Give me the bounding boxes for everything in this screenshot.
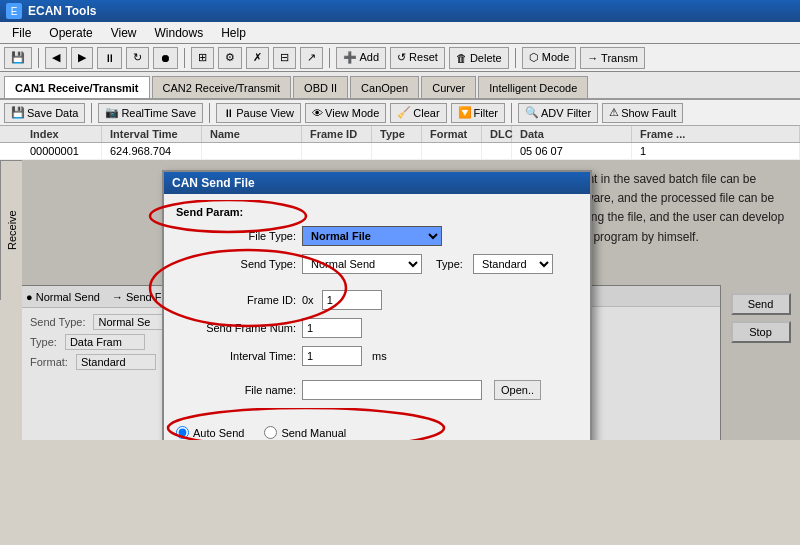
toolbar-cross[interactable]: ✗ <box>246 47 269 69</box>
col-interval: Interval Time <box>102 126 202 142</box>
view-mode-btn[interactable]: 👁 View Mode <box>305 103 386 123</box>
tab-canopen[interactable]: CanOpen <box>350 76 419 98</box>
tab-can1[interactable]: CAN1 Receive/Transmit <box>4 76 150 98</box>
send-manual-radio[interactable] <box>264 426 277 439</box>
send-manual-label: Send Manual <box>281 427 346 439</box>
toolbar-nav1[interactable]: ◀ <box>45 47 67 69</box>
file-name-row: File name: Open.. <box>176 380 578 400</box>
interval-time-input[interactable]: 1 <box>302 346 362 366</box>
toolbar-record[interactable]: ⏺ <box>153 47 178 69</box>
sep5 <box>91 103 92 123</box>
type-select[interactable]: Standard <box>473 254 553 274</box>
table-header: Index Interval Time Name Frame ID Type F… <box>0 126 800 143</box>
title-bar: E ECAN Tools <box>0 0 800 22</box>
cell-format <box>422 143 482 159</box>
interval-time-row: Interval Time: 1 ms <box>176 346 578 366</box>
adv-filter-btn[interactable]: 🔍 ADV Filter <box>518 103 598 123</box>
sep7 <box>511 103 512 123</box>
file-type-label: File Type: <box>176 230 296 242</box>
col-index: Index <box>22 126 102 142</box>
send-type-row: Send Type: Normal Send Type: Standard <box>176 254 578 274</box>
cell-frameid <box>302 143 372 159</box>
send-type-select[interactable]: Normal Send <box>302 254 422 274</box>
frame-id-label: Frame ID: <box>176 294 296 306</box>
toolbar-grid[interactable]: ⊞ <box>191 47 214 69</box>
table-row: 00000001 624.968.704 05 06 07 1 <box>0 143 800 160</box>
menu-windows[interactable]: Windows <box>147 24 212 42</box>
open-btn[interactable]: Open.. <box>494 380 541 400</box>
toolbar-export[interactable]: ↗ <box>300 47 323 69</box>
modal-title: CAN Send File <box>164 172 590 194</box>
tab-obd2[interactable]: OBD II <box>293 76 348 98</box>
filter-btn[interactable]: 🔽 Filter <box>451 103 505 123</box>
interval-unit: ms <box>372 350 387 362</box>
cell-data: 05 06 07 <box>512 143 632 159</box>
cell-index: 00000001 <box>22 143 102 159</box>
col-frame: Frame ... <box>632 126 800 142</box>
menu-bar: File Operate View Windows Help <box>0 22 800 44</box>
col-dlc: DLC <box>482 126 512 142</box>
save-icon-btn[interactable]: 💾 <box>4 47 32 69</box>
cell-interval: 624.968.704 <box>102 143 202 159</box>
tab-can2[interactable]: CAN2 Receive/Transmit <box>152 76 292 98</box>
frame-id-input[interactable]: 1 <box>322 290 382 310</box>
app-title: ECAN Tools <box>28 4 96 18</box>
interval-time-label: Interval Time: <box>176 350 296 362</box>
realtime-save-btn[interactable]: 📷 RealTime Save <box>98 103 203 123</box>
pause-view-btn[interactable]: ⏸ Pause View <box>216 103 301 123</box>
toolbar-pause[interactable]: ⏸ <box>97 47 122 69</box>
send-type-label: Send Type: <box>176 258 296 270</box>
menu-file[interactable]: File <box>4 24 39 42</box>
auto-send-radio[interactable] <box>176 426 189 439</box>
clear-btn[interactable]: 🧹 Clear <box>390 103 446 123</box>
menu-help[interactable]: Help <box>213 24 254 42</box>
sep1 <box>38 48 39 68</box>
file-type-select[interactable]: Normal File <box>302 226 442 246</box>
frame-id-row: Frame ID: 0x 1 <box>176 290 578 310</box>
show-fault-btn[interactable]: ⚠ Show Fault <box>602 103 683 123</box>
main-toolbar: 💾 ◀ ▶ ⏸ ↻ ⏺ ⊞ ⚙ ✗ ⊟ ↗ ➕ Add ↺ Reset 🗑 De… <box>0 44 800 72</box>
file-name-input[interactable] <box>302 380 482 400</box>
tab-intelligent[interactable]: Intelligent Decode <box>478 76 588 98</box>
tab-curver[interactable]: Curver <box>421 76 476 98</box>
toolbar-reset[interactable]: ↺ Reset <box>390 47 445 69</box>
toolbar-refresh[interactable]: ↻ <box>126 47 149 69</box>
toolbar-mode[interactable]: ⬡ Mode <box>522 47 577 69</box>
save-data-btn[interactable]: 💾 Save Data <box>4 103 85 123</box>
send-param-label: Send Param: <box>176 206 578 218</box>
sep2 <box>184 48 185 68</box>
toolbar-add[interactable]: ➕ Add <box>336 47 386 69</box>
radio-row: Auto Send Send Manual <box>176 426 578 439</box>
sep6 <box>209 103 210 123</box>
sep4 <box>515 48 516 68</box>
menu-operate[interactable]: Operate <box>41 24 100 42</box>
sep3 <box>329 48 330 68</box>
menu-view[interactable]: View <box>103 24 145 42</box>
sec-toolbar: 💾 Save Data 📷 RealTime Save ⏸ Pause View… <box>0 100 800 126</box>
send-frame-num-label: Send Frame Num: <box>176 322 296 334</box>
toolbar-delete[interactable]: 🗑 Delete <box>449 47 509 69</box>
cell-name <box>202 143 302 159</box>
toolbar-nav2[interactable]: ▶ <box>71 47 93 69</box>
send-manual-radio-group[interactable]: Send Manual <box>264 426 346 439</box>
send-frame-num-input[interactable]: 1 <box>302 318 362 338</box>
col-type: Type <box>372 126 422 142</box>
cell-dlc <box>482 143 512 159</box>
toolbar-filter[interactable]: ⊟ <box>273 47 296 69</box>
frame-id-prefix: 0x <box>302 294 314 306</box>
tabs-bar: CAN1 Receive/Transmit CAN2 Receive/Trans… <box>0 72 800 100</box>
auto-send-radio-group[interactable]: Auto Send <box>176 426 244 439</box>
toolbar-transm[interactable]: → Transm <box>580 47 645 69</box>
col-name: Name <box>202 126 302 142</box>
can-send-file-dialog: CAN Send File Send Param: File Type: Nor… <box>162 170 592 440</box>
toolbar-settings[interactable]: ⚙ <box>218 47 242 69</box>
receive-label: Receive <box>0 160 22 300</box>
type-label: Type: <box>436 258 463 270</box>
file-name-label: File name: <box>176 384 296 396</box>
auto-send-label: Auto Send <box>193 427 244 439</box>
col-format: Format <box>422 126 482 142</box>
modal-overlay: CAN Send File Send Param: File Type: Nor… <box>22 160 800 440</box>
file-type-row: File Type: Normal File <box>176 226 578 246</box>
app-icon: E <box>6 3 22 19</box>
col-frameid: Frame ID <box>302 126 372 142</box>
